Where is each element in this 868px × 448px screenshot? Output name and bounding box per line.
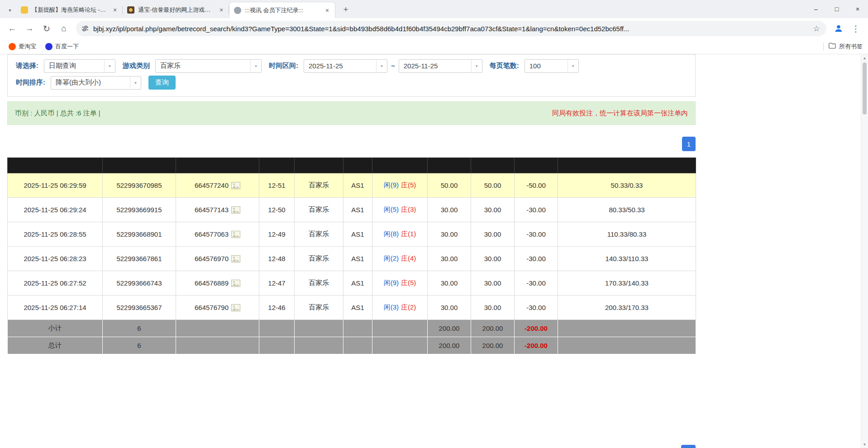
cell-payout: -50.00: [515, 173, 558, 198]
cell-total-bet: 30.00: [428, 295, 471, 320]
result-banker: 庄(2): [401, 303, 416, 311]
sort-label: 时间排序:: [16, 78, 45, 87]
tab-title: :::视讯 会员下注纪录:::: [245, 6, 320, 14]
tab-favicon-icon: [127, 6, 134, 14]
column-header: [8, 158, 103, 173]
subtotal-row: 小计 6 200.00 200.00 -200.00: [8, 320, 696, 337]
profile-icon[interactable]: [831, 21, 846, 36]
query-type-select[interactable]: 日期查询 ▾: [44, 59, 115, 73]
per-page-label: 每页笔数:: [490, 62, 519, 70]
cell-round: 664576889: [176, 271, 259, 295]
date-from-picker[interactable]: 2025-11-25 ▾: [304, 59, 387, 73]
result-player: 闲(9): [384, 181, 399, 189]
tab-close-icon[interactable]: ×: [111, 6, 119, 14]
round-id: 664576889: [195, 279, 229, 287]
round-id: 664577240: [195, 181, 229, 189]
round-image-icon[interactable]: [231, 280, 240, 287]
site-info-icon[interactable]: [81, 25, 89, 32]
subtotal-valid-bet: 200.00: [471, 320, 515, 337]
column-header: [103, 158, 176, 173]
cell-bet-id: 522993670985: [103, 173, 176, 198]
per-page-select[interactable]: 100 ▾: [525, 59, 579, 73]
round-image-icon[interactable]: [231, 304, 240, 311]
filter-panel: 请选择: 日期查询 ▾ 游戏类别 百家乐 ▾ 时间区间: 2025-11-25 …: [7, 54, 696, 97]
cell-valid-bet: 30.00: [471, 198, 515, 222]
bookmarks-bar: 爱淘宝 百度一下 所有书签: [0, 39, 868, 54]
browser-window: ▾ 【新提醒】海燕策略论坛 - 综合 × 通宝-信誉最好的网上游戏平台 × ::…: [0, 0, 868, 448]
cell-table-no: AS1: [343, 173, 372, 198]
maximize-button[interactable]: □: [826, 0, 847, 18]
result-player: 闲(3): [384, 303, 399, 311]
tab-close-icon[interactable]: ×: [217, 6, 225, 14]
scrollbar-thumb[interactable]: [863, 62, 867, 114]
table-row: 2025-11-25 06:29:24 522993669915 6645771…: [8, 198, 696, 222]
bet-records-table: 2025-11-25 06:29:59 522993670985 6645772…: [7, 157, 696, 354]
round-image-icon[interactable]: [231, 206, 240, 214]
round-image-icon[interactable]: [231, 182, 240, 189]
browser-tab[interactable]: :::视讯 会员下注纪录::: ×: [229, 2, 335, 18]
sort-select[interactable]: 降幂(由大到小) ▾: [51, 76, 141, 90]
cell-payout: -30.00: [515, 198, 558, 222]
browser-tab[interactable]: 【新提醒】海燕策略论坛 - 综合 ×: [16, 2, 123, 18]
date-to-value: 2025-11-25: [399, 60, 471, 72]
column-header: [259, 158, 295, 173]
chevron-down-icon: ▾: [130, 76, 141, 89]
divider: [823, 43, 824, 51]
cell-session: 12-51: [259, 173, 295, 198]
bookmark-favicon-icon: [45, 43, 52, 50]
column-header: [428, 158, 471, 173]
empty-cell: [343, 320, 372, 337]
game-type-select[interactable]: 百家乐 ▾: [155, 59, 262, 73]
menu-dots-icon[interactable]: ⋮: [848, 21, 863, 36]
tab-search-button[interactable]: ▾: [4, 2, 16, 18]
scrollbar[interactable]: ▲ ▼: [861, 54, 868, 448]
address-bar[interactable]: bjbj.xyz/ipl/portal.php/game/betrecord_s…: [76, 21, 826, 36]
home-icon[interactable]: ⌂: [56, 21, 72, 36]
browser-tab[interactable]: 通宝-信誉最好的网上游戏平台 ×: [123, 2, 229, 18]
close-button[interactable]: ×: [847, 0, 868, 18]
url-text[interactable]: bjbj.xyz/ipl/portal.php/game/betrecord_s…: [93, 25, 810, 33]
reload-icon[interactable]: ↻: [39, 21, 54, 36]
table-row: 2025-11-25 06:27:14 522993665367 6645767…: [8, 295, 696, 320]
all-bookmarks-button[interactable]: 所有书签: [823, 43, 863, 51]
result-player: 闲(8): [384, 230, 399, 238]
column-header: [558, 158, 696, 173]
cell-session: 12-47: [259, 271, 295, 295]
bookmark-star-icon[interactable]: ☆: [810, 24, 823, 33]
pagination: 1: [7, 137, 696, 151]
cell-bet-id: 522993668901: [103, 222, 176, 247]
table-header-row: [8, 158, 696, 173]
chevron-down-icon: ▾: [471, 60, 482, 72]
query-button[interactable]: 查询: [148, 76, 176, 90]
pagination-page-1[interactable]: 1: [682, 137, 696, 151]
cell-bet-id: 522993669915: [103, 198, 176, 222]
round-image-icon[interactable]: [231, 231, 240, 238]
bookmark-item[interactable]: 百度一下: [42, 41, 82, 52]
new-tab-button[interactable]: +: [339, 3, 353, 16]
date-to-picker[interactable]: 2025-11-25 ▾: [399, 59, 482, 73]
cell-valid-bet: 30.00: [471, 271, 515, 295]
column-header: [471, 158, 515, 173]
total-label: 总计: [8, 337, 103, 354]
pagination-bottom-partial[interactable]: [681, 445, 696, 448]
tab-close-icon[interactable]: ×: [323, 6, 331, 14]
bookmark-item[interactable]: 爱淘宝: [5, 41, 39, 52]
content-area: 请选择: 日期查询 ▾ 游戏类别 百家乐 ▾ 时间区间: 2025-11-25 …: [7, 54, 696, 354]
total-row: 总计 6 200.00 200.00 -200.00: [8, 337, 696, 354]
cell-session: 12-46: [259, 295, 295, 320]
table-row: 2025-11-25 06:28:55 522993668901 6645770…: [8, 222, 696, 247]
forward-icon[interactable]: →: [22, 21, 37, 36]
minimize-button[interactable]: –: [806, 0, 826, 18]
bookmark-favicon-icon: [9, 43, 16, 50]
cell-game-type: 百家乐: [295, 198, 343, 222]
cell-note: 140.33/110.33: [558, 247, 696, 271]
scroll-down-icon[interactable]: ▼: [861, 441, 868, 448]
back-icon[interactable]: ←: [5, 21, 20, 36]
round-image-icon[interactable]: [231, 255, 240, 262]
date-from-value: 2025-11-25: [304, 60, 376, 72]
cell-note: 110.33/80.33: [558, 222, 696, 247]
round-id: 664576970: [195, 255, 229, 262]
cell-note: 200.33/170.33: [558, 295, 696, 320]
scroll-up-icon[interactable]: ▲: [861, 54, 868, 62]
cell-result: 闲(2)庄(4): [372, 247, 428, 271]
